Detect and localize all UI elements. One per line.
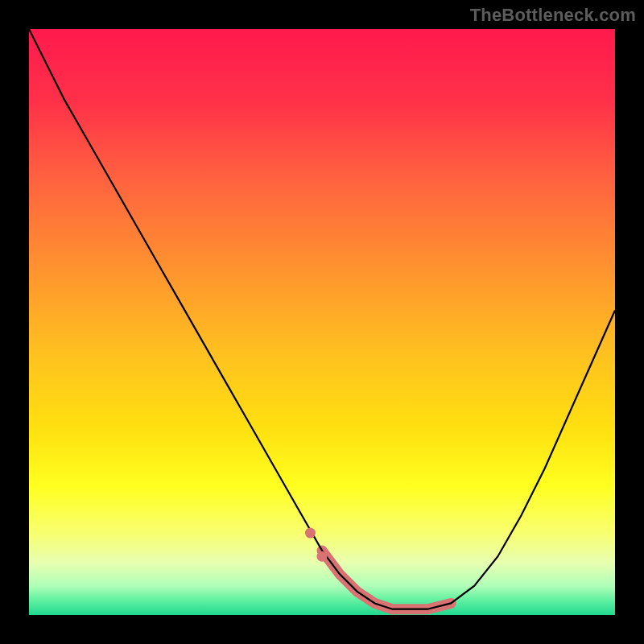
chart-svg bbox=[29, 29, 615, 615]
highlight-band bbox=[322, 551, 451, 609]
dot-2 bbox=[316, 551, 327, 562]
watermark-text: TheBottleneck.com bbox=[470, 5, 636, 26]
plot-area bbox=[29, 29, 615, 615]
dot-1 bbox=[305, 528, 316, 539]
outer-frame: TheBottleneck.com bbox=[0, 0, 644, 644]
bottleneck-curve bbox=[29, 29, 615, 609]
